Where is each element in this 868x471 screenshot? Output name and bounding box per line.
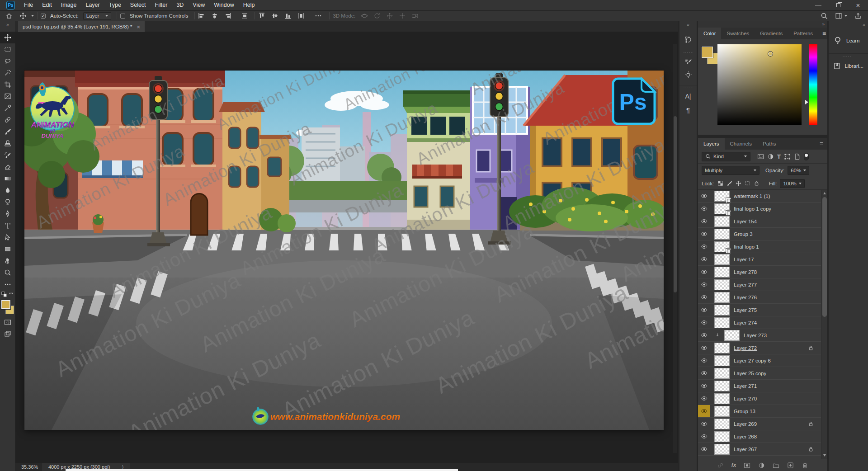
lock-transparent-icon[interactable] bbox=[717, 180, 723, 186]
layer-row-layer-269[interactable]: Layer 269 bbox=[698, 418, 827, 430]
layer-row-layer-27-copy-6[interactable]: Layer 27 copy 6 bbox=[698, 354, 827, 367]
right-rail-collapse-icon[interactable]: « bbox=[829, 21, 868, 28]
distribute-vertical-icon[interactable] bbox=[297, 12, 305, 19]
filter-type-layers-icon[interactable]: T bbox=[777, 153, 781, 160]
layer-name[interactable]: Layer 27 copy 6 bbox=[734, 358, 771, 363]
history-panel-icon[interactable] bbox=[679, 33, 697, 46]
layer-row-final-logo-1-copy[interactable]: final logo 1 copy bbox=[698, 203, 827, 215]
swap-colors-icon[interactable] bbox=[8, 292, 14, 297]
layer-visibility-eye-icon[interactable] bbox=[698, 354, 710, 367]
layer-row-layer-276[interactable]: Layer 276 bbox=[698, 291, 827, 304]
eraser-tool[interactable] bbox=[0, 161, 15, 173]
layer-row-layer-154[interactable]: Layer 154 bbox=[698, 215, 827, 228]
layer-name[interactable]: final logo 1 bbox=[734, 244, 759, 250]
pen-tool[interactable] bbox=[0, 208, 15, 220]
tab-paths[interactable]: Paths bbox=[757, 138, 781, 150]
lock-all-icon[interactable] bbox=[754, 180, 760, 186]
menu-file[interactable]: File bbox=[19, 0, 38, 10]
character-panel-icon[interactable]: A| bbox=[679, 89, 697, 103]
layer-visibility-eye-icon[interactable] bbox=[698, 190, 710, 202]
screen-mode-tool[interactable] bbox=[0, 328, 15, 340]
menu-view[interactable]: View bbox=[188, 0, 209, 10]
rectangular-marquee-tool[interactable] bbox=[0, 43, 15, 55]
layer-thumbnail[interactable] bbox=[714, 444, 730, 455]
filter-pixel-layers-icon[interactable] bbox=[757, 153, 764, 160]
layer-row-group-13[interactable]: Group 13 bbox=[698, 405, 827, 418]
auto-select-checkbox[interactable]: ✓ bbox=[41, 14, 46, 19]
tab-color[interactable]: Color bbox=[698, 28, 721, 39]
layer-row-layer-267[interactable]: Layer 267 bbox=[698, 443, 827, 456]
new-group-icon[interactable] bbox=[773, 462, 779, 469]
layer-row-layer-272[interactable]: Layer 272 bbox=[698, 342, 827, 354]
layer-name[interactable]: Layer 276 bbox=[734, 295, 757, 300]
add-layer-mask-icon[interactable] bbox=[744, 462, 750, 469]
layer-visibility-eye-icon[interactable] bbox=[698, 342, 710, 354]
layer-visibility-eye-icon[interactable] bbox=[698, 418, 710, 430]
3d-pan-icon[interactable] bbox=[386, 12, 393, 19]
layer-name[interactable]: final logo 1 copy bbox=[734, 206, 771, 212]
layer-thumbnail[interactable] bbox=[714, 229, 730, 240]
photoshop-app-icon[interactable]: Ps bbox=[6, 1, 15, 9]
layer-filter-dropdown[interactable]: Kind bbox=[702, 152, 750, 161]
layer-name[interactable]: Layer 278 bbox=[734, 269, 757, 275]
layer-name[interactable]: Layer 267 bbox=[734, 447, 757, 452]
align-bottom-icon[interactable] bbox=[284, 12, 292, 19]
pasteboard[interactable]: Animation Ki DuniyaAnimation Ki DuniyaAn… bbox=[15, 32, 678, 463]
menu-window[interactable]: Window bbox=[209, 0, 238, 10]
paragraph-panel-icon[interactable]: ¶ bbox=[679, 103, 697, 117]
panel-group-collapse-icon[interactable]: » bbox=[698, 21, 827, 28]
layer-visibility-eye-icon[interactable] bbox=[698, 228, 710, 240]
layer-visibility-eye-icon[interactable] bbox=[698, 253, 710, 265]
layer-thumbnail[interactable] bbox=[714, 355, 730, 366]
scroll-down-icon[interactable] bbox=[823, 454, 826, 457]
layer-row-layer-270[interactable]: Layer 270 bbox=[698, 392, 827, 405]
layer-name[interactable]: Layer 274 bbox=[734, 320, 757, 325]
eyedropper-tool[interactable] bbox=[0, 102, 15, 114]
layer-row-layer-25-copy[interactable]: Layer 25 copy bbox=[698, 367, 827, 380]
layer-row-layer-277[interactable]: Layer 277 bbox=[698, 278, 827, 291]
new-layer-icon[interactable] bbox=[787, 462, 794, 469]
layer-thumbnail[interactable] bbox=[714, 267, 730, 278]
scroll-up-icon[interactable] bbox=[823, 192, 826, 194]
toolbar-grip[interactable] bbox=[3, 29, 13, 31]
menu-filter[interactable]: Filter bbox=[151, 0, 172, 10]
layer-thumbnail[interactable] bbox=[714, 216, 730, 227]
lock-position-icon[interactable] bbox=[736, 180, 741, 186]
hand-tool[interactable] bbox=[0, 255, 15, 267]
layer-name[interactable]: Layer 277 bbox=[734, 282, 757, 287]
type-tool[interactable] bbox=[0, 220, 15, 231]
toolbar-collapse-icon[interactable]: » bbox=[0, 21, 15, 28]
new-adjustment-layer-icon[interactable] bbox=[758, 462, 765, 469]
history-brush-tool[interactable] bbox=[0, 149, 15, 161]
layer-visibility-eye-icon[interactable] bbox=[698, 443, 710, 455]
align-right-icon[interactable] bbox=[224, 12, 231, 19]
layer-row-group-3[interactable]: Group 3 bbox=[698, 228, 827, 240]
layer-visibility-eye-icon[interactable] bbox=[698, 203, 710, 215]
menu-select[interactable]: Select bbox=[126, 0, 151, 10]
workspace-icon[interactable] bbox=[835, 12, 842, 19]
layer-name[interactable]: Layer 154 bbox=[734, 219, 757, 224]
layer-visibility-eye-icon[interactable] bbox=[698, 215, 710, 227]
layer-thumbnail[interactable] bbox=[714, 279, 730, 290]
layer-visibility-eye-icon[interactable] bbox=[698, 304, 710, 316]
menu-3d[interactable]: 3D bbox=[172, 0, 188, 10]
frame-tool[interactable] bbox=[0, 90, 15, 102]
layer-thumbnail[interactable] bbox=[714, 431, 730, 442]
layer-visibility-eye-icon[interactable] bbox=[698, 278, 710, 291]
delete-layer-icon[interactable] bbox=[802, 462, 808, 469]
layer-row-layer-273[interactable]: Layer 273 bbox=[698, 329, 827, 342]
clone-stamp-tool[interactable] bbox=[0, 137, 15, 149]
color-cursor[interactable] bbox=[768, 51, 773, 57]
layer-thumbnail[interactable] bbox=[714, 368, 730, 379]
foreground-color-well[interactable] bbox=[702, 47, 713, 58]
layer-thumbnail[interactable] bbox=[714, 393, 730, 404]
lock-artboard-icon[interactable] bbox=[745, 180, 750, 186]
distribute-horizontal-icon[interactable] bbox=[241, 12, 248, 19]
move-tool[interactable] bbox=[0, 32, 15, 43]
layer-visibility-eye-icon[interactable] bbox=[698, 405, 710, 417]
document-tab[interactable]: psd logo bg.psd @ 35.4% (Layer 191, RGB/… bbox=[18, 21, 145, 32]
layer-name[interactable]: Layer 272 bbox=[734, 345, 757, 351]
show-transform-option[interactable]: Show Transform Controls bbox=[120, 13, 189, 19]
clone-source-panel-icon[interactable] bbox=[679, 68, 697, 81]
lock-paint-icon[interactable] bbox=[726, 180, 732, 186]
